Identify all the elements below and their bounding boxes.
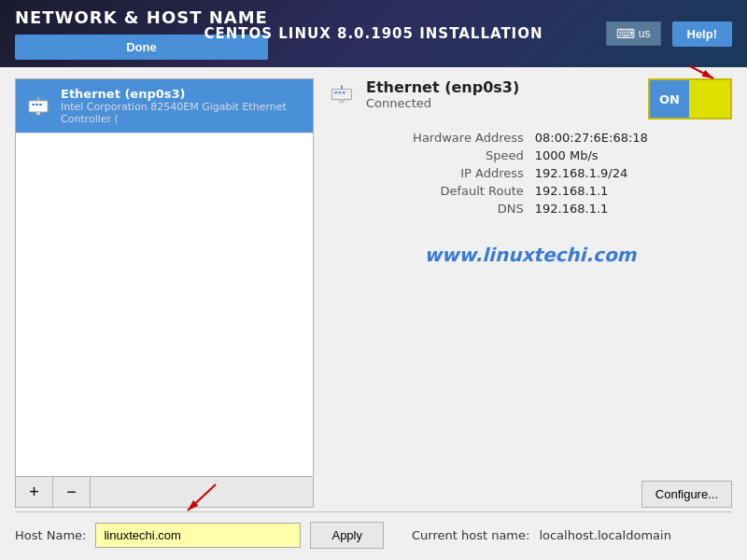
add-network-button[interactable]: +: [16, 477, 53, 507]
remove-network-button[interactable]: −: [53, 477, 91, 507]
current-host-label: Current host name:: [412, 528, 529, 542]
keyboard-icon: ⌨: [616, 26, 635, 41]
hostname-input[interactable]: [95, 523, 301, 548]
network-list: Ethernet (enp0s3) Intel Corporation 8254…: [15, 78, 314, 477]
svg-rect-1: [32, 104, 35, 105]
svg-rect-10: [339, 91, 342, 93]
configure-button[interactable]: Configure...: [641, 481, 732, 508]
eth-detail-status: Connected: [366, 96, 519, 110]
svg-rect-12: [340, 100, 344, 104]
svg-rect-0: [29, 101, 48, 112]
network-info-table: Hardware Address 08:00:27:6E:68:18 Speed…: [329, 131, 732, 216]
watermark-text: www.linuxtechi.com: [329, 244, 732, 266]
speed-label: Speed: [329, 148, 524, 162]
eth-detail-icon: [329, 81, 355, 107]
locale-label: us: [639, 27, 651, 40]
current-host-value: localhost.localdomain: [539, 528, 670, 542]
dns-value: 192.168.1.1: [535, 202, 732, 216]
toggle-switch[interactable]: ON: [648, 78, 732, 119]
route-label: Default Route: [329, 184, 524, 198]
toggle-arrow: [685, 62, 723, 84]
network-item[interactable]: Ethernet (enp0s3) Intel Corporation 8254…: [16, 79, 313, 133]
svg-line-7: [690, 66, 713, 78]
svg-rect-9: [334, 91, 337, 93]
toggle-slider: [689, 80, 730, 118]
svg-rect-4: [36, 112, 40, 115]
hw-addr-value: 08:00:27:6E:68:18: [535, 131, 732, 145]
svg-rect-3: [39, 104, 42, 105]
ethernet-icon: [25, 93, 51, 119]
help-button[interactable]: Help!: [672, 21, 733, 47]
hostname-label: Host Name:: [15, 528, 86, 542]
network-item-desc: Intel Corporation 82540EM Gigabit Ethern…: [61, 101, 303, 125]
centos-title: CENTOS LINUX 8.0.1905 INSTALLATION: [204, 25, 543, 42]
ip-value: 192.168.1.9/24: [535, 166, 732, 180]
svg-rect-8: [332, 89, 352, 99]
hw-addr-label: Hardware Address: [329, 131, 524, 145]
ip-label: IP Address: [329, 166, 524, 180]
speed-value: 1000 Mb/s: [535, 148, 732, 162]
locale-button[interactable]: ⌨ us: [606, 21, 661, 46]
route-value: 192.168.1.1: [535, 184, 732, 198]
hostname-arrow: [160, 477, 234, 518]
toggle-on-label: ON: [650, 80, 689, 118]
eth-detail-name: Ethernet (enp0s3): [366, 78, 519, 96]
dns-label: DNS: [329, 202, 524, 216]
network-item-name: Ethernet (enp0s3): [61, 87, 303, 101]
apply-button[interactable]: Apply: [310, 522, 384, 549]
page-title: NETWORK & HOST NAME: [15, 7, 268, 27]
svg-rect-11: [343, 91, 345, 93]
svg-rect-2: [35, 104, 38, 105]
svg-line-15: [188, 484, 216, 511]
